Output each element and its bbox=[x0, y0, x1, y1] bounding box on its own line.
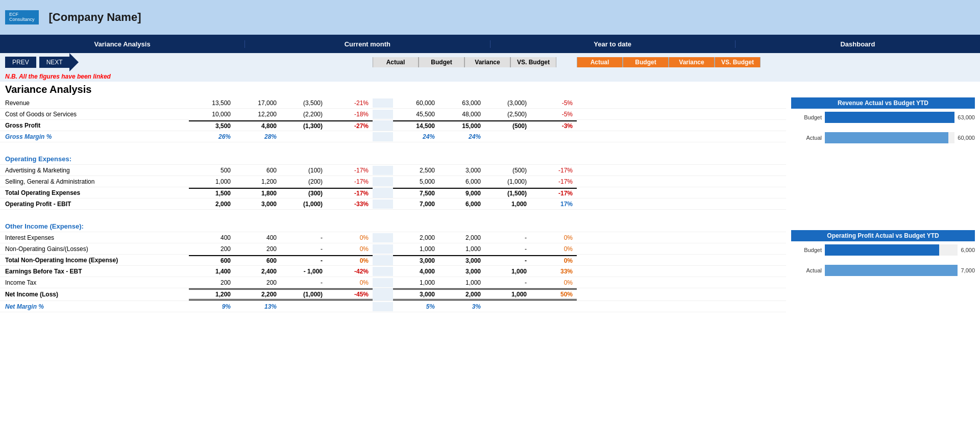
cell-ytd-budget: 2,000 bbox=[439, 233, 485, 242]
col-header-vsbudget-ytd: VS. Budget bbox=[715, 57, 761, 67]
cell-ytd-variance: (1,500) bbox=[485, 188, 531, 198]
cell-cm-vsbudget: -21% bbox=[327, 98, 373, 108]
col-header-vsbudget: VS. Budget bbox=[510, 57, 556, 67]
row-label: Cost of Goods or Services bbox=[0, 110, 189, 119]
cell-cm-actual: 600 bbox=[189, 255, 235, 265]
row-cells: 3,500 4,800 (1,300) -27% 14,500 15,000 (… bbox=[189, 120, 786, 131]
nav-dashboard[interactable]: Dashboard bbox=[736, 40, 980, 48]
cell-cm-vsbudget: -18% bbox=[327, 110, 373, 119]
cell-ytd-budget: 15,000 bbox=[439, 120, 485, 131]
table-row: Income Tax 200 200 - 0% 1,000 1,000 - 0% bbox=[0, 277, 786, 288]
nav-variance-analysis[interactable]: Variance Analysis bbox=[0, 40, 245, 48]
opprofit-budget-bar-container bbox=[825, 244, 958, 256]
cell-cm-actual: 200 bbox=[189, 278, 235, 287]
table-row: Non-Operating Gains/(Losses) 200 200 - 0… bbox=[0, 243, 786, 255]
cell-ytd-variance: 1,000 bbox=[485, 288, 531, 301]
cell-ytd-vsbudget: 0% bbox=[531, 233, 577, 242]
row-cells: 1,400 2,400 - 1,000 -42% 4,000 3,000 1,0… bbox=[189, 267, 786, 276]
cell-ytd-vsbudget bbox=[531, 132, 577, 141]
cell-ytd-vsbudget: -17% bbox=[531, 166, 577, 175]
cell-cm-actual: 3,500 bbox=[189, 120, 235, 131]
cell-cm-budget: 600 bbox=[235, 255, 281, 265]
row-cells: 9% 13% 5% 3% bbox=[189, 302, 786, 311]
cell-cm-variance: (100) bbox=[281, 166, 327, 175]
row-cells: 10,000 12,200 (2,200) -18% 45,500 48,000… bbox=[189, 110, 786, 119]
cell-gap bbox=[373, 177, 393, 186]
cell-cm-variance: (300) bbox=[281, 188, 327, 198]
revenue-budget-label: Budget bbox=[791, 114, 822, 120]
table-row: Gross Profit 3,500 4,800 (1,300) -27% 14… bbox=[0, 120, 786, 131]
cell-cm-variance bbox=[281, 132, 327, 141]
cell-ytd-variance: (3,000) bbox=[485, 98, 531, 108]
table-row: Net Margin % 9% 13% 5% 3% bbox=[0, 301, 786, 312]
col-header-actual-ytd: Actual bbox=[577, 57, 623, 67]
cell-ytd-actual: 2,500 bbox=[393, 166, 439, 175]
col-header-actual: Actual bbox=[373, 57, 419, 67]
cell-cm-budget: 12,200 bbox=[235, 110, 281, 119]
cell-ytd-actual: 3,000 bbox=[393, 288, 439, 301]
row-cells: 1,000 1,200 (200) -17% 5,000 6,000 (1,00… bbox=[189, 177, 786, 186]
cell-cm-variance: - bbox=[281, 278, 327, 287]
cell-cm-variance: (1,000) bbox=[281, 199, 327, 209]
cell-cm-budget: 2,200 bbox=[235, 288, 281, 301]
cell-cm-vsbudget bbox=[327, 132, 373, 141]
row-label: Net Income (Loss) bbox=[0, 290, 189, 299]
cell-ytd-vsbudget: -17% bbox=[531, 177, 577, 186]
opprofit-budget-label: Budget bbox=[791, 247, 822, 253]
opprofit-actual-bar bbox=[825, 265, 958, 276]
cell-ytd-variance: (500) bbox=[485, 166, 531, 175]
table-row: Total Operating Expenses 1,500 1,800 (30… bbox=[0, 187, 786, 198]
cell-gap bbox=[373, 278, 393, 287]
table-row: Other Income (Expense): bbox=[0, 221, 786, 232]
table-row: Earnings Before Tax - EBT 1,400 2,400 - … bbox=[0, 266, 786, 277]
table-row: Operating Profit - EBIT 2,000 3,000 (1,0… bbox=[0, 198, 786, 210]
row-cells: 1,500 1,800 (300) -17% 7,500 9,000 (1,50… bbox=[189, 188, 786, 198]
revenue-budget-value: 63,000 bbox=[958, 114, 975, 120]
cell-cm-actual: 400 bbox=[189, 233, 235, 242]
revenue-chart-section: Revenue Actual vs Budget YTD Budget 63,0… bbox=[791, 97, 975, 143]
revenue-budget-bar-container bbox=[825, 112, 954, 123]
logo-line2: Consultancy bbox=[9, 17, 35, 22]
opprofit-chart-section: Operating Profit Actual vs Budget YTD Bu… bbox=[791, 230, 975, 276]
row-label: Total Operating Expenses bbox=[0, 188, 189, 197]
table-row: Revenue 13,500 17,000 (3,500) -21% 60,00… bbox=[0, 97, 786, 109]
table-row bbox=[0, 210, 786, 221]
nav-year-to-date[interactable]: Year to date bbox=[491, 40, 736, 48]
cell-cm-budget: 200 bbox=[235, 278, 281, 287]
cell-ytd-actual: 7,500 bbox=[393, 188, 439, 198]
revenue-actual-bar-container bbox=[825, 132, 954, 143]
cell-cm-budget: 200 bbox=[235, 244, 281, 254]
cell-cm-variance bbox=[281, 302, 327, 311]
cell-ytd-actual: 24% bbox=[393, 132, 439, 141]
opprofit-chart-title: Operating Profit Actual vs Budget YTD bbox=[791, 230, 975, 241]
cell-ytd-actual: 2,000 bbox=[393, 233, 439, 242]
cell-cm-actual: 1,500 bbox=[189, 188, 235, 198]
next-button[interactable]: NEXT bbox=[39, 57, 70, 68]
row-cells: 200 200 - 0% 1,000 1,000 - 0% bbox=[189, 244, 786, 254]
table-row bbox=[0, 142, 786, 154]
cell-gap bbox=[373, 166, 393, 175]
cell-ytd-budget: 1,000 bbox=[439, 278, 485, 287]
cell-cm-vsbudget: -17% bbox=[327, 188, 373, 198]
cell-cm-actual: 500 bbox=[189, 166, 235, 175]
revenue-actual-label: Actual bbox=[791, 135, 822, 141]
ecf-logo: ECF Consultancy bbox=[5, 10, 39, 24]
table-row: Net Income (Loss) 1,200 2,200 (1,000) -4… bbox=[0, 288, 786, 301]
table-row: Advertising & Marketing 500 600 (100) -1… bbox=[0, 165, 786, 176]
cell-cm-vsbudget bbox=[327, 302, 373, 311]
header: ECF Consultancy [Company Name] bbox=[0, 0, 980, 35]
nav-current-month[interactable]: Current month bbox=[245, 40, 490, 48]
revenue-actual-value: 60,000 bbox=[958, 135, 975, 141]
cell-cm-vsbudget: -42% bbox=[327, 267, 373, 276]
table-row: Selling, General & Administration 1,000 … bbox=[0, 176, 786, 187]
col-header-budget: Budget bbox=[419, 57, 464, 67]
table-row: Total Non-Operating Income (Expense) 600… bbox=[0, 255, 786, 266]
cell-ytd-variance bbox=[485, 302, 531, 311]
row-label: Total Non-Operating Income (Expense) bbox=[0, 256, 189, 265]
cell-ytd-vsbudget: -5% bbox=[531, 110, 577, 119]
prev-button[interactable]: PREV bbox=[5, 57, 36, 68]
section-header-label: Other Income (Expense): bbox=[5, 222, 84, 230]
cell-ytd-vsbudget: 33% bbox=[531, 267, 577, 276]
cell-ytd-budget: 3,000 bbox=[439, 267, 485, 276]
row-label: Net Margin % bbox=[0, 302, 189, 311]
